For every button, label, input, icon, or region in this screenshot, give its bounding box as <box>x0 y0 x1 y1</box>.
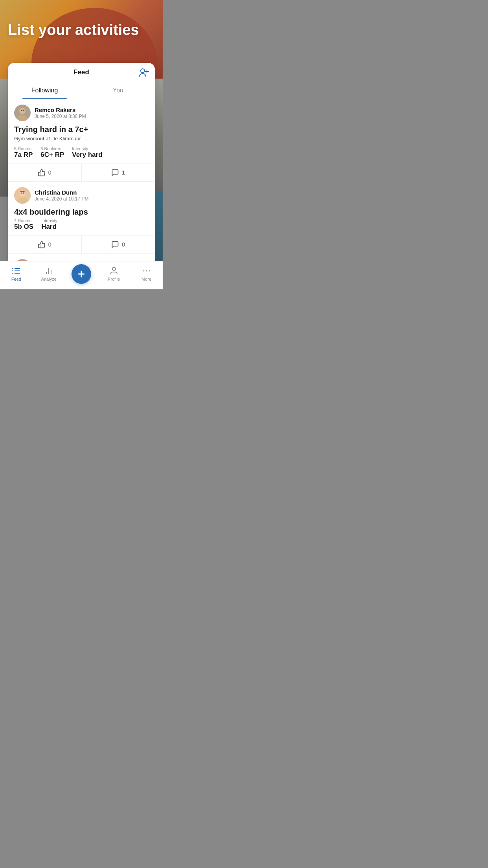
activity-title-2: 4x4 bouldering laps <box>14 208 149 217</box>
page-title: List your activities <box>8 22 139 39</box>
feed-card: Feed Following You <box>8 63 155 289</box>
stat-routes-1: 5 Routes 7a RP <box>14 146 33 159</box>
avatar-2[interactable] <box>14 187 31 204</box>
like-count-2: 0 <box>48 241 51 248</box>
like-count-1: 0 <box>48 169 51 176</box>
svg-point-0 <box>141 69 145 73</box>
bottom-nav: Feed Analyze Profile More <box>0 261 163 289</box>
feed-header: Feed <box>8 63 155 82</box>
nav-profile-label: Profile <box>108 277 120 281</box>
user-row-2: Christina Dunn June 4, 2020 at 10:17 PM <box>14 187 149 204</box>
avatar-1[interactable] <box>14 105 31 121</box>
nav-add-button[interactable] <box>72 264 91 284</box>
nav-more[interactable]: More <box>137 266 156 281</box>
svg-point-29 <box>112 267 116 270</box>
svg-point-12 <box>23 193 24 194</box>
comment-count-1: 1 <box>122 169 125 176</box>
post-date-1: June 5, 2020 at 8:30 PM <box>35 114 86 119</box>
feed-title: Feed <box>73 68 89 76</box>
activity-card-2: Christina Dunn June 4, 2020 at 10:17 PM … <box>8 182 155 254</box>
action-row-2: 0 0 <box>8 235 155 253</box>
nav-analyze[interactable]: Analyze <box>39 266 59 281</box>
user-info-1: Remco Rakers June 5, 2020 at 8:30 PM <box>35 107 86 119</box>
like-button-2[interactable]: 0 <box>8 236 82 253</box>
svg-point-32 <box>149 270 150 272</box>
like-button-1[interactable]: 0 <box>8 164 82 181</box>
tab-you[interactable]: You <box>81 82 155 99</box>
nav-profile[interactable]: Profile <box>104 266 124 281</box>
svg-point-4 <box>19 108 26 114</box>
user-name-1: Remco Rakers <box>35 107 86 113</box>
tabs-row: Following You <box>8 82 155 99</box>
comment-button-2[interactable]: 0 <box>82 236 155 253</box>
nav-feed-label: Feed <box>11 277 21 281</box>
post-date-2: June 4, 2020 at 10:17 PM <box>35 196 88 202</box>
stats-row-1: 5 Routes 7a RP 6 Boulders 6C+ RP Intensi… <box>14 146 149 159</box>
nav-feed[interactable]: Feed <box>6 266 26 281</box>
nav-analyze-label: Analyze <box>41 277 57 281</box>
svg-point-30 <box>143 270 144 272</box>
stat-boulders-1: 6 Boulders 6C+ RP <box>40 146 64 159</box>
stat-intensity-2: Intensity Hard <box>41 218 57 231</box>
stats-row-2: 4 Routes 5b OS Intensity Hard <box>14 218 149 231</box>
activity-title-1: Trying hard in a 7c+ <box>14 125 149 134</box>
tab-following[interactable]: Following <box>8 82 81 99</box>
svg-point-11 <box>21 193 22 194</box>
nav-more-label: More <box>141 277 151 281</box>
user-row-1: Remco Rakers June 5, 2020 at 8:30 PM <box>14 105 149 121</box>
user-name-2: Christina Dunn <box>35 189 88 196</box>
action-row-1: 0 1 <box>8 164 155 181</box>
svg-point-7 <box>23 110 24 111</box>
stat-intensity-1: Intensity Very hard <box>72 146 103 159</box>
stat-routes-2: 4 Routes 5b OS <box>14 218 33 231</box>
svg-point-31 <box>146 270 147 272</box>
comment-count-2: 0 <box>122 241 125 248</box>
comment-button-1[interactable]: 1 <box>82 164 155 181</box>
user-info-2: Christina Dunn June 4, 2020 at 10:17 PM <box>35 189 88 202</box>
activity-card-1: Remco Rakers June 5, 2020 at 8:30 PM Try… <box>8 99 155 182</box>
add-user-button[interactable] <box>138 67 149 78</box>
svg-point-6 <box>21 110 22 111</box>
activity-subtitle-1: Gym workout at De Klimmuur <box>14 136 149 142</box>
